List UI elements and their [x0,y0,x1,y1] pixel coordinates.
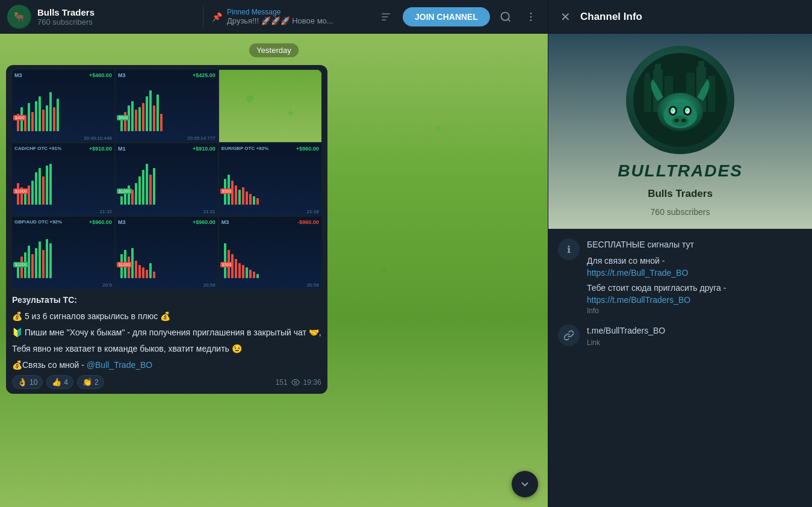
media-cell-6[interactable]: EUR/GBP OTC +92% +$960.00 [219,143,321,216]
reactions-container: 👌 10 👍 4 👏 2 [12,375,104,389]
message-meta: 👌 10 👍 4 👏 2 151 [12,375,321,389]
info-content: БЕСПЛАТНЫЕ сигналы тут Для связи со мной… [587,238,802,315]
message-info: 151 19:36 [276,378,321,387]
svg-point-30 [681,119,686,122]
link-content: t.me/BullTraders_BO Link [587,325,802,347]
right-panel-header: ✕ Channel Info [548,0,812,34]
media-cell-4[interactable]: CAD/CHF OTC +91% +$910.00 [12,143,114,216]
date-badge: Yesterday [6,45,542,55]
channel-avatar[interactable]: 🐂 [7,5,31,29]
channel-logo [626,46,734,154]
message-text: Результаты ТС: 💰 5 из 6 сигналов закрыли… [12,294,321,372]
right-panel-title: Channel Info [580,11,802,23]
svg-point-7 [530,16,532,17]
right-panel: ✕ Channel Info [548,0,812,507]
info-icon: ℹ [558,238,580,260]
info-text-2: Для связи со мной - [587,255,802,267]
reaction-2-count: 4 [64,378,68,387]
svg-text:🐂: 🐂 [14,11,25,22]
link-sublabel: Link [587,338,802,347]
svg-point-6 [530,12,532,14]
svg-rect-14 [655,64,661,71]
svg-point-29 [674,119,679,122]
media-cell-3[interactable] [219,70,321,142]
media-cell-5[interactable]: M1 +$910.00 [116,143,218,216]
svg-point-8 [530,19,532,21]
reaction-1-count: 10 [29,378,37,387]
media-cell-2[interactable]: M3 +$425.00 [116,70,218,142]
channel-subscribers: 760 subscribers [651,207,710,217]
contact-link-2[interactable]: https://t.me/BullTraders_BO [587,295,690,305]
message-bubble: M3 +$460.00 [6,65,327,394]
channel-name-banner: BULLTRADES [618,161,743,181]
reaction-3-emoji: 👏 [82,378,92,387]
close-panel-button[interactable]: ✕ [558,7,573,26]
views-icon [291,378,300,387]
media-cell-8[interactable]: M3 +$960.00 [116,217,218,289]
svg-point-26 [671,109,674,112]
info-text-3: Тебе стоит сюда пригласить друга - [587,282,802,294]
svg-rect-18 [698,61,704,68]
filter-icon[interactable] [375,6,397,28]
channel-name: Bulls Traders [37,7,194,17]
channel-full-name: Bulls Traders [648,188,713,200]
pin-icon: 📌 [212,12,222,22]
channel-banner: BULLTRADES Bulls Traders 760 subscribers [548,34,812,229]
channel-info-body: ℹ БЕСПЛАТНЫЕ сигналы тут Для связи со мн… [548,229,812,507]
media-cell-7[interactable]: GBP/AUD OTC +92% +$960.00 [12,217,114,289]
reaction-3-count: 2 [95,378,99,387]
pinned-message-area[interactable]: 📌 Pinned Message Друзья!!! 🚀🚀🚀 Новое мо.… [212,8,369,25]
chat-header: 🐂 Bulls Traders 760 subscribers 📌 Pinned… [0,0,548,34]
subscriber-count: 760 subscribers [37,17,194,26]
link-icon [558,325,580,346]
join-channel-button[interactable]: JOIN CHANNEL [403,7,490,26]
svg-rect-11 [644,79,651,112]
pinned-text: Друзья!!! 🚀🚀🚀 Новое мо... [227,16,333,25]
link-text: t.me/BullTraders_BO [587,325,802,337]
info-row-description: ℹ БЕСПЛАТНЫЕ сигналы тут Для связи со мн… [558,238,802,315]
info-row-link: t.me/BullTraders_BO Link [558,325,802,347]
info-text-1: БЕСПЛАТНЫЕ сигналы тут [587,238,802,251]
pinned-content: Pinned Message Друзья!!! 🚀🚀🚀 Новое мо... [227,8,333,25]
svg-point-27 [686,109,688,112]
view-count: 151 [276,378,288,387]
header-divider [203,6,203,28]
svg-rect-12 [645,73,650,80]
chat-content: Yesterday M3 +$460.00 [0,34,548,507]
media-cell-1[interactable]: M3 +$460.00 [12,70,114,142]
scroll-down-button[interactable] [512,471,538,497]
reaction-1-emoji: 👌 [17,378,27,387]
pinned-label: Pinned Message [227,8,333,16]
info-sublabel-1: Info [587,306,802,315]
media-cell-9[interactable]: M3 -$960.00 [219,217,321,289]
reaction-3[interactable]: 👏 2 [77,375,104,389]
search-button[interactable] [496,7,515,26]
more-options-button[interactable] [521,7,541,26]
contact-link-1[interactable]: https://t.me/Bull_Trade_BO [587,268,688,278]
reaction-2[interactable]: 👍 4 [46,375,73,389]
channel-info[interactable]: Bulls Traders 760 subscribers [37,7,194,26]
media-grid: M3 +$460.00 [12,70,321,289]
message-time: 19:36 [303,378,321,387]
svg-point-5 [501,12,509,20]
svg-point-28 [672,116,689,126]
svg-point-9 [294,381,297,384]
chat-area: Yesterday M3 +$460.00 [0,34,548,507]
reaction-2-emoji: 👍 [52,378,61,387]
reaction-1[interactable]: 👌 10 [12,375,43,389]
contact-link[interactable]: @Bull_Trade_BO [87,360,152,370]
